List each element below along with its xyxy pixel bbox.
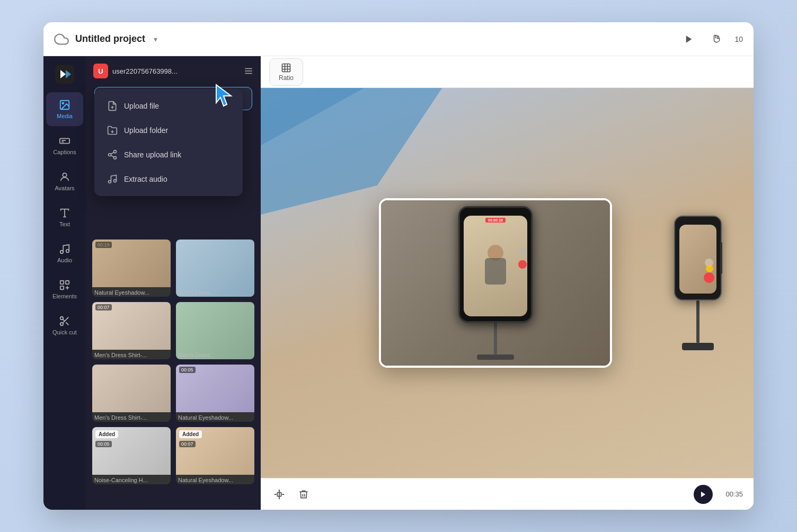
preview-inner: 00:00:18 — [381, 200, 610, 366]
ratio-icon — [281, 63, 291, 73]
sidebar-item-captions[interactable]: Captions — [46, 128, 83, 162]
video-label: Men's Dress Shirt-... — [92, 412, 171, 422]
video-label: Men's Dress... — [176, 287, 254, 297]
sidebar-item-media[interactable]: Media — [46, 92, 83, 126]
sidebar-item-avatars-label: Avatars — [55, 185, 74, 191]
svg-point-34 — [114, 180, 117, 182]
svg-point-7 — [63, 173, 66, 177]
sidebar-item-captions-label: Captions — [53, 149, 76, 155]
sidebar-item-elements-label: Elements — [52, 293, 77, 299]
timeline-play-button[interactable] — [694, 485, 713, 504]
sidebar-item-audio[interactable]: Audio — [46, 236, 83, 270]
video-label: Natural Eyeshadow... — [176, 475, 254, 484]
list-item[interactable]: 00:07 Men's Dress Shirt-... — [92, 302, 171, 359]
sidebar-item-text[interactable]: Text — [46, 200, 83, 234]
video-label: Men's Dress... — [176, 350, 254, 359]
split-icon[interactable] — [271, 486, 287, 502]
header-right: 10 — [679, 30, 743, 49]
list-item[interactable]: Added 00:07 Natural Eyeshadow... — [176, 427, 254, 484]
upload-file-item[interactable]: Upload file — [98, 94, 240, 118]
camera-dot — [519, 247, 527, 255]
timeline-duration: 00:35 — [725, 490, 743, 498]
extract-audio-label: Extract audio — [124, 175, 167, 183]
tripod-base — [477, 354, 514, 360]
folder-icon — [107, 125, 118, 136]
ratio-button[interactable]: Ratio — [269, 58, 303, 86]
share-link-label: Share upload link — [124, 150, 181, 159]
file-icon — [107, 101, 118, 111]
upload-folder-label: Upload folder — [124, 126, 168, 135]
header: Untitled project ▾ 10 — [43, 22, 754, 56]
toolbar-strip: Ratio — [261, 56, 754, 88]
svg-line-18 — [66, 322, 68, 325]
svg-point-29 — [109, 154, 111, 156]
sidebar-item-quickcut-label: Quick cut — [52, 329, 77, 335]
added-badge: Added — [179, 430, 202, 438]
canvas-area: 00:00:18 — [261, 88, 754, 478]
sidebar-item-audio-label: Audio — [57, 257, 72, 263]
svg-point-30 — [114, 156, 117, 159]
video-label: Noise-Canceling H... — [92, 475, 171, 484]
svg-marker-0 — [686, 36, 692, 43]
audio-extract-icon — [107, 174, 118, 184]
body: Media Captions Avatars — [43, 56, 754, 510]
list-item[interactable]: 00:05 Natural Eyeshadow... — [176, 365, 254, 422]
sidebar-item-elements[interactable]: Elements — [46, 272, 83, 306]
icon-sidebar: Media Captions Avatars — [43, 56, 86, 510]
list-item[interactable]: Men's Dress... — [176, 240, 254, 297]
menu-icon[interactable] — [244, 66, 253, 76]
extract-audio-item[interactable]: Extract audio — [98, 167, 240, 191]
project-title: Untitled project — [75, 33, 145, 45]
added-badge: Added — [95, 430, 118, 438]
svg-rect-13 — [66, 281, 69, 284]
record-button — [518, 260, 527, 269]
phone-tripod-visual: 00:00:18 — [458, 206, 533, 360]
app-window: Untitled project ▾ 10 — [43, 22, 754, 510]
header-left: Untitled project ▾ — [54, 32, 157, 47]
share-icon — [107, 149, 118, 160]
svg-point-16 — [60, 323, 64, 326]
cloud-icon — [54, 32, 69, 47]
timeline-strip: 00:35 — [261, 478, 754, 510]
svg-point-3 — [62, 102, 64, 104]
sidebar-item-text-label: Text — [59, 221, 70, 227]
record-indicator: 00:00:18 — [485, 218, 506, 223]
svg-rect-35 — [282, 64, 290, 72]
svg-marker-44 — [701, 491, 705, 497]
list-item[interactable]: Men's Dress... — [176, 302, 254, 359]
timeline-time — [689, 485, 713, 504]
sidebar-item-media-label: Media — [57, 113, 73, 119]
share-link-item[interactable]: Share upload link — [98, 143, 240, 166]
sidebar-item-avatars[interactable]: Avatars — [46, 164, 83, 198]
ratio-label: Ratio — [279, 74, 294, 82]
list-item[interactable]: 00:19 Natural Eyeshadow... — [92, 240, 171, 297]
video-label: Natural Eyeshadow... — [176, 412, 254, 422]
list-item[interactable]: Men's Dress Shirt-... — [92, 365, 171, 422]
svg-point-33 — [109, 181, 111, 183]
project-chevron[interactable]: ▾ — [154, 35, 157, 43]
play-button[interactable] — [679, 30, 698, 49]
username: user220756763998... — [112, 67, 240, 75]
video-grid: 00:19 Natural Eyeshadow... Men's Dress..… — [86, 235, 261, 510]
app-logo — [55, 65, 74, 84]
svg-point-15 — [60, 317, 64, 320]
video-label: Men's Dress Shirt-... — [92, 350, 171, 359]
svg-point-28 — [114, 150, 117, 153]
sidebar-item-quickcut[interactable]: Quick cut — [46, 308, 83, 342]
svg-point-10 — [60, 251, 64, 254]
upload-dropdown: Upload file Upload folder — [94, 89, 243, 196]
user-avatar: U — [93, 64, 108, 78]
list-item[interactable]: Added 00:05 Noise-Canceling H... — [92, 427, 171, 484]
hand-button[interactable] — [707, 30, 726, 49]
upload-folder-item[interactable]: Upload folder — [98, 119, 240, 142]
svg-rect-14 — [60, 286, 64, 289]
tripod-pole — [494, 323, 497, 354]
preview-card: 00:00:18 — [379, 198, 612, 368]
video-label: Natural Eyeshadow... — [92, 287, 171, 297]
time-display: 10 — [734, 35, 743, 43]
svg-line-19 — [63, 319, 65, 321]
delete-icon[interactable] — [296, 486, 312, 502]
right-phone — [674, 216, 722, 350]
svg-rect-12 — [60, 281, 64, 284]
svg-line-32 — [111, 152, 114, 154]
